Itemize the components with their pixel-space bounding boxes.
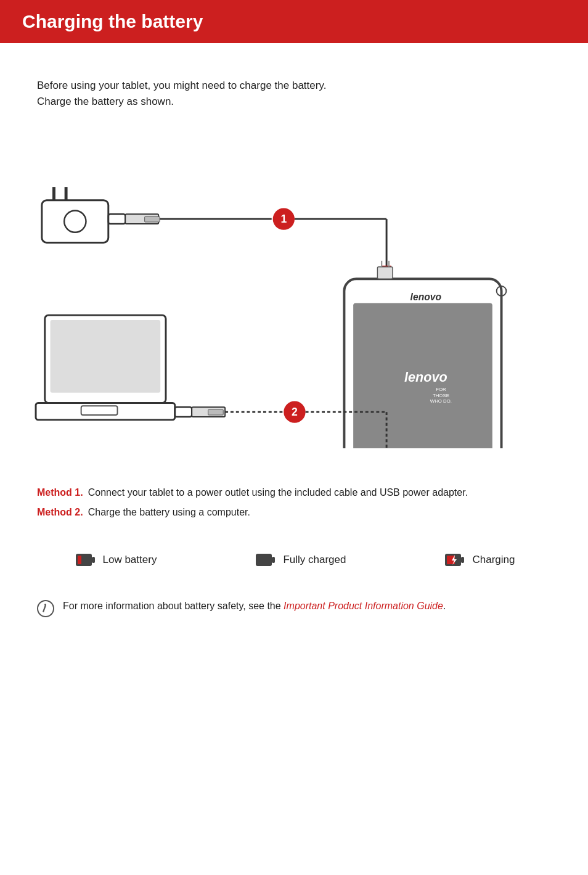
battery-full-item: Fully charged <box>253 548 346 572</box>
svg-rect-2 <box>42 200 108 243</box>
info-link-text[interactable]: Important Product Information Guide <box>284 601 443 611</box>
info-note: For more information about battery safet… <box>0 589 588 640</box>
intro-text: Before using your tablet, you might need… <box>0 43 588 121</box>
header-bar: Charging the battery <box>0 0 588 43</box>
svg-point-48 <box>38 601 54 617</box>
charging-diagram: 1 lenovo lenovo FOR THOSE WHO DO. <box>0 121 588 467</box>
svg-rect-26 <box>51 320 161 393</box>
svg-rect-45 <box>461 557 464 563</box>
svg-text:THOSE: THOSE <box>433 393 449 398</box>
svg-rect-29 <box>175 407 192 417</box>
svg-rect-42 <box>272 557 275 563</box>
svg-rect-43 <box>258 556 270 564</box>
svg-text:2: 2 <box>292 406 298 418</box>
method-1-label: Method 1. <box>37 485 83 500</box>
svg-rect-39 <box>92 557 95 563</box>
intro-paragraph: Before using your tablet, you might need… <box>37 80 326 107</box>
svg-text:lenovo: lenovo <box>410 292 442 302</box>
method-2-text: Charge the battery using a computer. <box>88 505 250 520</box>
method-1-line: Method 1. Connect your tablet to a power… <box>37 485 551 500</box>
info-icon <box>37 600 54 622</box>
battery-charging-item: Charging <box>443 548 515 572</box>
svg-rect-4 <box>108 214 125 224</box>
info-text-before: For more information about battery safet… <box>63 601 284 611</box>
svg-point-3 <box>64 210 86 232</box>
svg-text:FOR: FOR <box>436 387 446 392</box>
svg-text:WHO DO.: WHO DO. <box>430 398 452 404</box>
svg-text:1: 1 <box>280 213 287 225</box>
battery-status-row: Low battery Fully charged Charging <box>0 531 588 589</box>
svg-rect-6 <box>145 216 160 222</box>
battery-full-label: Fully charged <box>283 554 346 566</box>
svg-rect-31 <box>208 409 224 415</box>
battery-full-icon <box>253 548 277 572</box>
method-2-label: Method 2. <box>37 505 83 520</box>
svg-rect-22 <box>377 267 393 279</box>
svg-rect-40 <box>78 556 81 564</box>
method-1-text: Connect your tablet to a power outlet us… <box>88 485 468 500</box>
svg-point-49 <box>44 604 46 606</box>
battery-low-item: Low battery <box>73 548 157 572</box>
battery-charging-label: Charging <box>472 554 515 566</box>
svg-text:lenovo: lenovo <box>404 369 447 385</box>
battery-low-label: Low battery <box>103 554 157 566</box>
info-text-after: . <box>443 601 446 611</box>
methods-section: Method 1. Connect your tablet to a power… <box>0 467 588 531</box>
info-note-paragraph: For more information about battery safet… <box>63 599 446 614</box>
diagram-svg: 1 lenovo lenovo FOR THOSE WHO DO. <box>18 128 570 448</box>
battery-charging-icon <box>443 548 466 572</box>
battery-low-icon <box>73 548 97 572</box>
svg-rect-28 <box>81 406 118 415</box>
page-title: Charging the battery <box>22 11 203 31</box>
method-2-line: Method 2. Charge the battery using a com… <box>37 505 551 520</box>
